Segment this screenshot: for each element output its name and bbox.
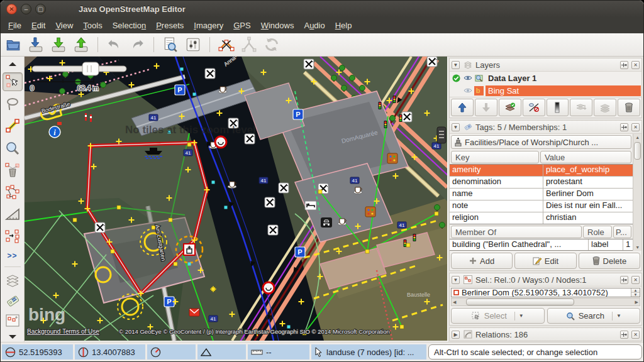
layer-down-button[interactable] bbox=[475, 99, 497, 116]
split-way-icon[interactable] bbox=[218, 36, 235, 53]
layer-up-button[interactable] bbox=[451, 99, 474, 116]
scroll-up-arrow-icon[interactable]: ▲ bbox=[635, 134, 640, 141]
role-column-header[interactable]: Role bbox=[583, 226, 612, 238]
merge-nodes-tool-button[interactable] bbox=[3, 227, 23, 246]
layer-row-data[interactable]: Data Layer 1 bbox=[450, 72, 641, 84]
minimize-icon[interactable]: – bbox=[21, 4, 31, 14]
delete-tool-button[interactable] bbox=[3, 161, 23, 180]
toggle-tags-button[interactable] bbox=[3, 292, 23, 310]
collapse-panel-icon[interactable]: ▼ bbox=[452, 61, 460, 69]
menu-edit[interactable]: Edit bbox=[26, 19, 50, 32]
tag-row[interactable]: amenityplace_of_worship bbox=[450, 165, 633, 177]
preferences-icon[interactable] bbox=[184, 36, 202, 53]
value-column-header[interactable]: Value bbox=[540, 151, 631, 163]
menu-windows[interactable]: Windows bbox=[256, 19, 299, 32]
tag-row[interactable]: denominationprotestant bbox=[450, 177, 633, 189]
scroll-up-icon[interactable] bbox=[5, 58, 20, 69]
menu-help[interactable]: Help bbox=[330, 19, 357, 32]
more-tools-button[interactable]: >> bbox=[3, 249, 23, 262]
menu-selection[interactable]: Selection bbox=[108, 19, 151, 32]
delete-tag-button[interactable]: Delete bbox=[579, 253, 640, 269]
select-icon bbox=[472, 312, 480, 321]
select-tool-button[interactable] bbox=[3, 72, 23, 91]
menu-presets[interactable]: Presets bbox=[151, 19, 189, 32]
eye-dim-icon[interactable] bbox=[463, 86, 472, 96]
delete-layer-button[interactable] bbox=[618, 99, 640, 116]
redo-icon[interactable] bbox=[128, 36, 146, 53]
combine-way-icon[interactable] bbox=[240, 36, 258, 53]
menu-audio[interactable]: Audio bbox=[299, 19, 330, 32]
close-panel-icon[interactable]: ✕ bbox=[631, 331, 640, 339]
position-column-header[interactable]: P... bbox=[613, 226, 631, 238]
scroll-down-icon[interactable] bbox=[5, 331, 20, 342]
preset-button[interactable]: Facilities/Place of Worship/Church ... bbox=[451, 135, 631, 149]
search-icon[interactable] bbox=[162, 36, 179, 53]
close-panel-icon[interactable]: ✕ bbox=[631, 276, 640, 284]
close-panel-icon[interactable]: ✕ bbox=[631, 123, 640, 131]
member-of-column-header[interactable]: Member Of bbox=[451, 226, 582, 238]
terms-of-use-link[interactable]: Background Terms of Use bbox=[27, 328, 99, 335]
dock-splitter-tab[interactable] bbox=[437, 127, 446, 143]
unglue-tool-button[interactable] bbox=[3, 183, 23, 202]
zoom-slider-handle[interactable] bbox=[82, 62, 99, 75]
tag-row[interactable]: nameBerliner Dom bbox=[450, 189, 633, 200]
menu-view[interactable]: View bbox=[50, 19, 78, 32]
menu-gps[interactable]: GPS bbox=[228, 19, 255, 32]
toggle-visibility-button[interactable] bbox=[523, 99, 545, 116]
activate-layer-button[interactable] bbox=[499, 99, 521, 116]
upload-data-icon[interactable] bbox=[72, 36, 90, 53]
download-data-icon[interactable] bbox=[50, 36, 67, 53]
menu-imagery[interactable]: Imagery bbox=[189, 19, 228, 32]
map-canvas[interactable]: DomAquarée bbox=[25, 57, 447, 341]
key-column-header[interactable]: Key bbox=[451, 151, 539, 163]
open-file-icon[interactable] bbox=[4, 36, 22, 53]
membership-row[interactable]: building ("Berlin Cathedral", ... label … bbox=[450, 239, 633, 251]
select-button[interactable]: Select ▼ bbox=[451, 308, 545, 324]
sidebar-separator bbox=[4, 266, 21, 267]
scrollbar-thumb[interactable] bbox=[634, 142, 641, 160]
search-button[interactable]: Search ▼ bbox=[547, 308, 641, 324]
tag-row[interactable]: noteDies ist nur ein Fall... bbox=[450, 200, 633, 212]
scroll-right-arrow-icon[interactable]: ▶ bbox=[634, 300, 640, 305]
pin-panel-icon[interactable] bbox=[620, 61, 628, 69]
toggle-selection-button[interactable] bbox=[3, 313, 23, 327]
collapse-panel-icon[interactable]: ▼ bbox=[452, 276, 460, 284]
selection-panel-title: Sel.: Rel.:0 / Ways:0 / Nodes:1 bbox=[475, 275, 587, 285]
tag-row[interactable]: religionchristian bbox=[450, 212, 633, 224]
pin-panel-icon[interactable] bbox=[620, 331, 628, 339]
add-tag-button[interactable]: Add bbox=[451, 253, 513, 269]
pin-panel-icon[interactable] bbox=[620, 276, 628, 284]
layer-opacity-button[interactable] bbox=[547, 99, 569, 116]
duplicate-layer-button[interactable] bbox=[594, 99, 616, 116]
extrude-tool-button[interactable] bbox=[3, 205, 23, 224]
zoom-tool-button[interactable] bbox=[3, 139, 23, 158]
edit-tag-button[interactable]: Edit bbox=[514, 253, 576, 269]
list-spinner[interactable]: ▲▼ bbox=[631, 288, 640, 297]
draw-tool-button[interactable] bbox=[3, 116, 23, 135]
scrollbar-thumb[interactable] bbox=[466, 299, 574, 305]
menu-file[interactable]: File bbox=[3, 19, 26, 32]
expand-panel-icon[interactable]: ▶ bbox=[452, 331, 460, 339]
download-osm-data-icon[interactable] bbox=[27, 36, 45, 53]
undo-icon[interactable] bbox=[106, 36, 123, 53]
angle-field bbox=[197, 344, 246, 359]
pencil-icon bbox=[533, 256, 541, 265]
menu-tools[interactable]: Tools bbox=[78, 19, 107, 32]
toggle-layers-button[interactable] bbox=[3, 272, 23, 289]
refresh-icon[interactable] bbox=[263, 36, 280, 53]
maximize-icon[interactable]: ▢ bbox=[35, 4, 46, 14]
selection-list-item[interactable]: Berliner Dom (52.5190735, 13.4010752) ▲▼ bbox=[451, 288, 640, 297]
close-panel-icon[interactable]: ✕ bbox=[631, 61, 640, 69]
close-icon[interactable]: ✕ bbox=[6, 4, 17, 14]
merge-layer-button[interactable] bbox=[570, 99, 592, 116]
collapse-panel-icon[interactable]: ▼ bbox=[452, 123, 460, 131]
pin-panel-icon[interactable] bbox=[620, 123, 628, 131]
layer-row-bing[interactable]: b Bing Sat bbox=[450, 84, 641, 97]
chevron-down-icon: ▼ bbox=[616, 313, 621, 319]
eye-icon[interactable] bbox=[463, 74, 472, 83]
scroll-down-arrow-icon[interactable]: ▼ bbox=[635, 244, 640, 251]
scroll-left-arrow-icon[interactable]: ◀ bbox=[452, 300, 457, 305]
horizontal-scrollbar[interactable]: ◀ ▶ bbox=[451, 298, 640, 306]
vertical-scrollbar[interactable]: ▲ ▼ bbox=[633, 134, 641, 251]
lasso-tool-button[interactable] bbox=[3, 94, 23, 113]
